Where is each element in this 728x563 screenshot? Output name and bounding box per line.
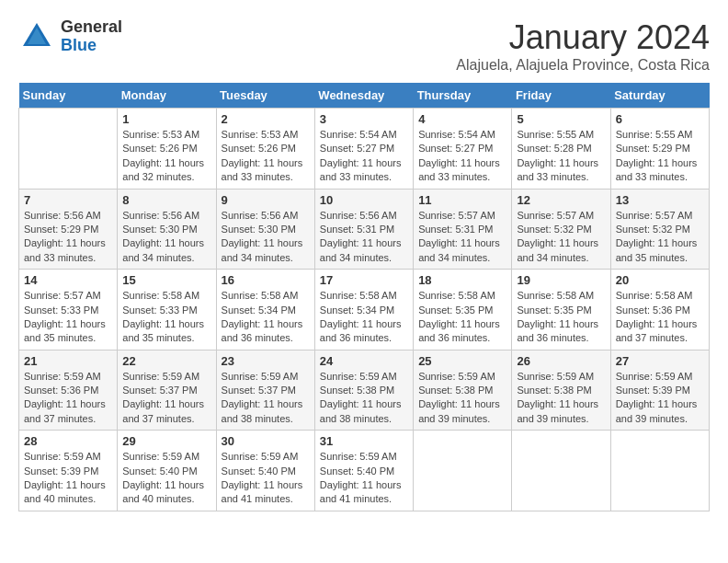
calendar-cell	[414, 431, 512, 511]
calendar-cell: 12Sunrise: 5:57 AM Sunset: 5:32 PM Dayli…	[512, 189, 610, 270]
day-info: Sunrise: 5:59 AM Sunset: 5:38 PM Dayligh…	[517, 370, 605, 427]
day-info: Sunrise: 5:58 AM Sunset: 5:36 PM Dayligh…	[616, 289, 704, 346]
day-info: Sunrise: 5:55 AM Sunset: 5:29 PM Dayligh…	[616, 128, 704, 185]
calendar-cell	[610, 431, 709, 511]
calendar-cell: 20Sunrise: 5:58 AM Sunset: 5:36 PM Dayli…	[610, 270, 709, 350]
calendar-cell: 11Sunrise: 5:57 AM Sunset: 5:31 PM Dayli…	[414, 189, 512, 270]
day-number: 5	[517, 112, 605, 126]
day-number: 9	[222, 193, 310, 207]
calendar-cell: 23Sunrise: 5:59 AM Sunset: 5:37 PM Dayli…	[216, 350, 314, 431]
day-number: 25	[418, 354, 506, 368]
day-number: 15	[122, 273, 210, 287]
calendar-cell: 28Sunrise: 5:59 AM Sunset: 5:39 PM Dayli…	[19, 431, 118, 511]
day-number: 1	[122, 112, 210, 126]
day-number: 31	[320, 434, 408, 448]
day-info: Sunrise: 5:59 AM Sunset: 5:40 PM Dayligh…	[222, 450, 310, 507]
day-info: Sunrise: 5:53 AM Sunset: 5:26 PM Dayligh…	[122, 128, 210, 185]
day-number: 26	[517, 354, 605, 368]
calendar-cell: 2Sunrise: 5:53 AM Sunset: 5:26 PM Daylig…	[216, 109, 314, 190]
calendar-table: SundayMondayTuesdayWednesdayThursdayFrid…	[18, 83, 710, 511]
day-info: Sunrise: 5:55 AM Sunset: 5:28 PM Dayligh…	[517, 128, 605, 185]
weekday-header-sunday: Sunday	[19, 83, 118, 109]
location-title: Alajuela, Alajuela Province, Costa Rica	[456, 57, 710, 74]
calendar-cell: 25Sunrise: 5:59 AM Sunset: 5:38 PM Dayli…	[414, 350, 512, 431]
calendar-cell: 19Sunrise: 5:58 AM Sunset: 5:35 PM Dayli…	[512, 270, 610, 350]
day-info: Sunrise: 5:56 AM Sunset: 5:29 PM Dayligh…	[24, 209, 112, 266]
calendar-cell: 26Sunrise: 5:59 AM Sunset: 5:38 PM Dayli…	[512, 350, 610, 431]
logo-text: General Blue	[61, 18, 122, 55]
calendar-cell: 16Sunrise: 5:58 AM Sunset: 5:34 PM Dayli…	[216, 270, 314, 350]
day-number: 4	[418, 112, 506, 126]
weekday-header-wednesday: Wednesday	[314, 83, 413, 109]
calendar-cell: 9Sunrise: 5:56 AM Sunset: 5:30 PM Daylig…	[216, 189, 314, 270]
day-info: Sunrise: 5:59 AM Sunset: 5:40 PM Dayligh…	[122, 450, 210, 507]
day-number: 12	[517, 193, 605, 207]
day-info: Sunrise: 5:59 AM Sunset: 5:37 PM Dayligh…	[222, 370, 310, 427]
day-number: 16	[222, 273, 310, 287]
day-number: 14	[24, 273, 112, 287]
calendar-cell: 17Sunrise: 5:58 AM Sunset: 5:34 PM Dayli…	[314, 270, 413, 350]
day-number: 17	[320, 273, 408, 287]
calendar-week-row: 21Sunrise: 5:59 AM Sunset: 5:36 PM Dayli…	[19, 350, 710, 431]
logo: General Blue	[18, 18, 122, 55]
calendar-cell: 3Sunrise: 5:54 AM Sunset: 5:27 PM Daylig…	[314, 109, 413, 190]
weekday-header-saturday: Saturday	[610, 83, 709, 109]
day-number: 28	[24, 434, 112, 448]
weekday-header-monday: Monday	[118, 83, 216, 109]
calendar-cell: 27Sunrise: 5:59 AM Sunset: 5:39 PM Dayli…	[610, 350, 709, 431]
day-number: 7	[24, 193, 112, 207]
day-number: 13	[616, 193, 704, 207]
day-info: Sunrise: 5:58 AM Sunset: 5:35 PM Dayligh…	[418, 289, 506, 346]
day-info: Sunrise: 5:59 AM Sunset: 5:38 PM Dayligh…	[418, 370, 506, 427]
calendar-cell: 29Sunrise: 5:59 AM Sunset: 5:40 PM Dayli…	[118, 431, 216, 511]
logo-icon	[18, 18, 55, 55]
day-info: Sunrise: 5:57 AM Sunset: 5:32 PM Dayligh…	[517, 209, 605, 266]
month-title: January 2024	[456, 18, 710, 57]
day-number: 20	[616, 273, 704, 287]
day-info: Sunrise: 5:58 AM Sunset: 5:35 PM Dayligh…	[517, 289, 605, 346]
day-info: Sunrise: 5:59 AM Sunset: 5:40 PM Dayligh…	[320, 450, 408, 507]
calendar-cell: 15Sunrise: 5:58 AM Sunset: 5:33 PM Dayli…	[118, 270, 216, 350]
calendar-week-row: 14Sunrise: 5:57 AM Sunset: 5:33 PM Dayli…	[19, 270, 710, 350]
day-number: 8	[122, 193, 210, 207]
logo-general: General	[61, 18, 122, 37]
calendar-cell: 4Sunrise: 5:54 AM Sunset: 5:27 PM Daylig…	[414, 109, 512, 190]
weekday-header-row: SundayMondayTuesdayWednesdayThursdayFrid…	[19, 83, 710, 109]
calendar-cell	[19, 109, 118, 190]
day-number: 19	[517, 273, 605, 287]
logo-blue: Blue	[61, 37, 122, 55]
calendar-cell: 21Sunrise: 5:59 AM Sunset: 5:36 PM Dayli…	[19, 350, 118, 431]
day-info: Sunrise: 5:58 AM Sunset: 5:34 PM Dayligh…	[222, 289, 310, 346]
day-number: 24	[320, 354, 408, 368]
day-info: Sunrise: 5:56 AM Sunset: 5:30 PM Dayligh…	[222, 209, 310, 266]
day-number: 6	[616, 112, 704, 126]
day-info: Sunrise: 5:57 AM Sunset: 5:33 PM Dayligh…	[24, 289, 112, 346]
weekday-header-friday: Friday	[512, 83, 610, 109]
calendar-cell: 31Sunrise: 5:59 AM Sunset: 5:40 PM Dayli…	[314, 431, 413, 511]
calendar-week-row: 1Sunrise: 5:53 AM Sunset: 5:26 PM Daylig…	[19, 109, 710, 190]
day-info: Sunrise: 5:59 AM Sunset: 5:38 PM Dayligh…	[320, 370, 408, 427]
title-area: January 2024 Alajuela, Alajuela Province…	[456, 18, 710, 74]
day-info: Sunrise: 5:58 AM Sunset: 5:33 PM Dayligh…	[122, 289, 210, 346]
day-number: 21	[24, 354, 112, 368]
day-info: Sunrise: 5:58 AM Sunset: 5:34 PM Dayligh…	[320, 289, 408, 346]
day-number: 29	[122, 434, 210, 448]
calendar-cell: 1Sunrise: 5:53 AM Sunset: 5:26 PM Daylig…	[118, 109, 216, 190]
day-info: Sunrise: 5:56 AM Sunset: 5:31 PM Dayligh…	[320, 209, 408, 266]
day-number: 30	[222, 434, 310, 448]
day-info: Sunrise: 5:59 AM Sunset: 5:39 PM Dayligh…	[616, 370, 704, 427]
calendar-cell	[512, 431, 610, 511]
day-number: 23	[222, 354, 310, 368]
calendar-cell: 5Sunrise: 5:55 AM Sunset: 5:28 PM Daylig…	[512, 109, 610, 190]
day-info: Sunrise: 5:59 AM Sunset: 5:39 PM Dayligh…	[24, 450, 112, 507]
calendar-cell: 6Sunrise: 5:55 AM Sunset: 5:29 PM Daylig…	[610, 109, 709, 190]
day-number: 2	[222, 112, 310, 126]
day-number: 27	[616, 354, 704, 368]
day-info: Sunrise: 5:53 AM Sunset: 5:26 PM Dayligh…	[222, 128, 310, 185]
calendar-week-row: 28Sunrise: 5:59 AM Sunset: 5:39 PM Dayli…	[19, 431, 710, 511]
calendar-cell: 22Sunrise: 5:59 AM Sunset: 5:37 PM Dayli…	[118, 350, 216, 431]
weekday-header-tuesday: Tuesday	[216, 83, 314, 109]
calendar-week-row: 7Sunrise: 5:56 AM Sunset: 5:29 PM Daylig…	[19, 189, 710, 270]
day-info: Sunrise: 5:59 AM Sunset: 5:36 PM Dayligh…	[24, 370, 112, 427]
day-info: Sunrise: 5:57 AM Sunset: 5:31 PM Dayligh…	[418, 209, 506, 266]
